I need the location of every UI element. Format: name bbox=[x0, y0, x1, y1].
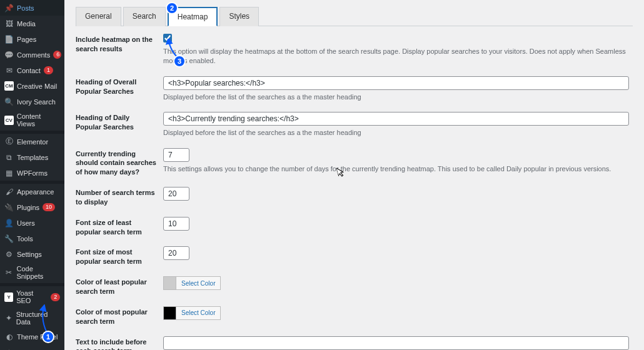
sidebar-item-label: Yoast SEO bbox=[16, 289, 48, 304]
row-daily-heading: Heading of Daily Popular Searches Displa… bbox=[76, 112, 633, 138]
sidebar-item-label: Ivory Search bbox=[17, 98, 56, 106]
nav-elementor[interactable]: ⒺElementor bbox=[0, 134, 64, 149]
tab-general[interactable]: General bbox=[76, 7, 121, 26]
nav-snippets[interactable]: ✂Code Snippets bbox=[0, 262, 64, 283]
nav-snippets-icon: ✂ bbox=[4, 268, 13, 278]
sidebar-item-label: Appearance bbox=[17, 188, 54, 196]
nav-media-icon: 🖼 bbox=[4, 19, 14, 28]
most-color-picker[interactable]: Select Color bbox=[163, 306, 221, 320]
nav-users-icon: 👤 bbox=[4, 218, 14, 228]
label-before-text: Text to include before each search term bbox=[76, 336, 163, 350]
nav-appearance[interactable]: 🖌Appearance bbox=[0, 184, 64, 199]
label-include-heatmap: Include heatmap on the search results bbox=[76, 34, 163, 54]
label-overall-heading: Heading of Overall Popular Searches bbox=[76, 76, 163, 96]
sidebar-item-label: Plugins bbox=[17, 204, 39, 211]
tab-styles[interactable]: Styles bbox=[219, 7, 259, 26]
nav-comments-icon: 💬 bbox=[4, 50, 14, 59]
daily-heading-input[interactable] bbox=[163, 112, 629, 126]
notification-badge: 6 bbox=[53, 51, 61, 59]
label-most-color: Color of most popular search term bbox=[76, 306, 163, 326]
trending-days-input[interactable] bbox=[163, 148, 189, 162]
select-color-label: Select Color bbox=[176, 280, 220, 287]
nav-contact-icon: ✉ bbox=[4, 66, 14, 75]
sidebar-item-label: Elementor bbox=[17, 138, 48, 146]
label-term-count: Number of search terms to display bbox=[76, 187, 163, 207]
row-most-font: Font size of most popular search term bbox=[76, 246, 633, 266]
tab-search[interactable]: Search bbox=[123, 7, 166, 26]
nav-posts-icon: 📌 bbox=[4, 3, 14, 12]
most-font-input[interactable] bbox=[163, 246, 189, 260]
nav-ivory-icon: 🔍 bbox=[4, 97, 14, 106]
nav-plugins-icon: 🔌 bbox=[4, 202, 14, 212]
annotation-bubble-2: 2 bbox=[166, 2, 178, 14]
notification-badge: 2 bbox=[51, 293, 60, 301]
nav-plugins[interactable]: 🔌Plugins10 bbox=[0, 199, 64, 215]
desc-trending-days: This settings allows you to change the n… bbox=[163, 164, 633, 174]
nav-cv-icon: CV bbox=[4, 116, 14, 125]
nav-creative-icon: CM bbox=[4, 81, 14, 91]
overall-heading-input[interactable] bbox=[163, 76, 629, 90]
nav-media[interactable]: 🖼Media bbox=[0, 16, 64, 31]
least-color-swatch bbox=[164, 277, 176, 289]
nav-yoast[interactable]: YYoast SEO2 bbox=[0, 286, 64, 308]
term-count-input[interactable] bbox=[163, 187, 189, 201]
notification-badge: 1 bbox=[44, 66, 53, 74]
row-before-text: Text to include before each search term bbox=[76, 336, 633, 350]
include-heatmap-checkbox[interactable] bbox=[163, 34, 172, 42]
sidebar-item-label: Content Views bbox=[17, 112, 60, 128]
sidebar-item-label: Settings bbox=[17, 251, 42, 258]
select-color-label: Select Color bbox=[176, 309, 220, 316]
label-most-font: Font size of most popular search term bbox=[76, 246, 163, 266]
before-text-input[interactable] bbox=[163, 336, 629, 350]
nav-rich[interactable]: ★Rich Snippets bbox=[0, 344, 64, 350]
label-least-font: Font size of least popular search term bbox=[76, 217, 163, 237]
sidebar-item-label: Users bbox=[17, 219, 35, 227]
nav-comments[interactable]: 💬Comments6 bbox=[0, 47, 64, 62]
nav-yoast-icon: Y bbox=[4, 292, 13, 302]
tab-bar: GeneralSearchHeatmapStyles bbox=[76, 6, 633, 26]
least-color-picker[interactable]: Select Color bbox=[163, 276, 221, 290]
desc-include-heatmap: This option will display the heatmaps at… bbox=[163, 47, 633, 66]
nav-appearance-icon: 🖌 bbox=[4, 187, 14, 196]
row-least-font: Font size of least popular search term bbox=[76, 217, 633, 237]
nav-structured[interactable]: ✦Structured Data bbox=[0, 308, 64, 329]
least-font-input[interactable] bbox=[163, 217, 189, 231]
sidebar-item-label: Comments bbox=[17, 51, 50, 59]
nav-users[interactable]: 👤Users bbox=[0, 215, 64, 231]
nav-tools[interactable]: 🔧Tools bbox=[0, 231, 64, 246]
sidebar-item-label: Tools bbox=[17, 235, 33, 242]
row-overall-heading: Heading of Overall Popular Searches Disp… bbox=[76, 76, 633, 102]
sidebar-item-label: Media bbox=[17, 20, 36, 28]
notification-badge: 10 bbox=[43, 203, 55, 211]
nav-themepanel[interactable]: ◐Theme Panel bbox=[0, 329, 64, 344]
nav-settings[interactable]: ⚙Settings bbox=[0, 246, 64, 262]
row-term-count: Number of search terms to display bbox=[76, 187, 633, 207]
sidebar-item-label: Pages bbox=[17, 36, 36, 43]
nav-wpforms[interactable]: ▦WPForms bbox=[0, 165, 64, 181]
nav-contact[interactable]: ✉Contact1 bbox=[0, 62, 64, 78]
row-trending-days: Currently trending should contain search… bbox=[76, 148, 633, 178]
label-least-color: Color of least popular search term bbox=[76, 276, 163, 296]
most-color-swatch bbox=[164, 307, 176, 319]
desc-overall-heading: Displayed before the list of the searche… bbox=[163, 92, 633, 102]
nav-tools-icon: 🔧 bbox=[4, 234, 14, 243]
nav-themepanel-icon: ◐ bbox=[4, 332, 14, 341]
nav-pages[interactable]: 📄Pages bbox=[0, 31, 64, 47]
nav-wpforms-icon: ▦ bbox=[4, 168, 14, 178]
desc-daily-heading: Displayed before the list of the searche… bbox=[163, 128, 633, 138]
nav-elementor-icon: Ⓔ bbox=[4, 137, 14, 146]
annotation-bubble-1: 1 bbox=[42, 331, 54, 343]
nav-posts[interactable]: 📌Posts bbox=[0, 0, 64, 16]
row-least-color: Color of least popular search term Selec… bbox=[76, 276, 633, 296]
sidebar-item-label: WPForms bbox=[17, 169, 48, 177]
nav-ivory[interactable]: 🔍Ivory Search bbox=[0, 94, 64, 109]
nav-cv[interactable]: CVContent Views bbox=[0, 109, 64, 131]
nav-creative[interactable]: CMCreative Mail bbox=[0, 78, 64, 94]
admin-sidebar: 📌Posts🖼Media📄Pages💬Comments6✉Contact1CMC… bbox=[0, 0, 64, 350]
sidebar-item-label: Contact bbox=[17, 67, 41, 74]
label-trending-days: Currently trending should contain search… bbox=[76, 148, 163, 178]
nav-templates-icon: ⧉ bbox=[4, 152, 14, 162]
nav-rich-icon: ★ bbox=[4, 348, 14, 350]
nav-templates[interactable]: ⧉Templates bbox=[0, 149, 64, 165]
nav-structured-icon: ✦ bbox=[4, 314, 13, 323]
